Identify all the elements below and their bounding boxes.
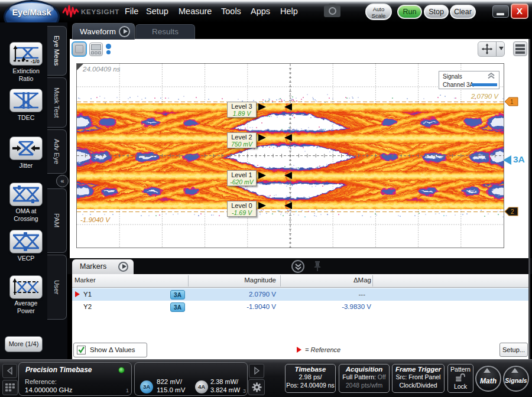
svg-text:-1/0: -1/0 <box>31 58 40 64</box>
svg-text:2: 2 <box>511 209 514 215</box>
svg-text:KEYSIGHT: KEYSIGHT <box>81 8 119 15</box>
svg-text:1: 1 <box>510 99 514 105</box>
